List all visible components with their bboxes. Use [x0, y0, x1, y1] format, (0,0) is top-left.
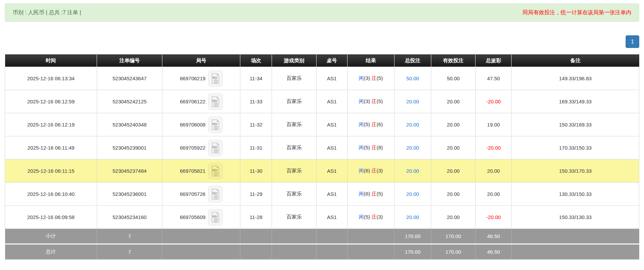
- video-replay-button[interactable]: [208, 163, 223, 179]
- bet-id-cell: 523045239001: [97, 136, 162, 159]
- empty-cell: [162, 244, 240, 259]
- result-player-score: (5): [364, 214, 370, 220]
- video-icon: [211, 212, 220, 223]
- session-cell: 11-29: [240, 183, 272, 206]
- bet-id-cell: 523045240348: [97, 113, 162, 136]
- valid-bet-cell: 50.00: [431, 67, 475, 90]
- round-id-cell: 669706219: [162, 67, 240, 90]
- result-banker-score: (3): [376, 214, 383, 220]
- total-bet-cell: 20.00: [394, 159, 431, 183]
- video-replay-button[interactable]: [208, 186, 223, 202]
- result-banker-label: 庄: [371, 98, 376, 104]
- bet-row-5: 2025-12-16 06:10:40523045236001669705726…: [5, 183, 639, 206]
- total-bet-cell: 20.00: [394, 206, 431, 229]
- result-player-label: 闲: [359, 214, 364, 220]
- total-bet-link[interactable]: 20.00: [406, 99, 419, 104]
- column-header-10: 备注: [512, 55, 639, 67]
- video-icon: [211, 189, 220, 200]
- summary-count-cell: 7: [97, 229, 162, 244]
- remark-cell: 150.33/170.33: [512, 159, 639, 183]
- round-id-group: 669705726: [180, 186, 223, 202]
- result-player-label: 闲: [359, 121, 364, 127]
- payout-cell: 20.00: [476, 159, 512, 183]
- video-icon: [211, 142, 220, 153]
- summary-label-cell: 小计: [5, 229, 97, 244]
- total-bet-link[interactable]: 20.00: [406, 214, 419, 220]
- summary-total-bet-cell: 170.00: [394, 244, 431, 259]
- payout-cell: 19.00: [476, 113, 512, 136]
- game-type-cell: 百家乐: [272, 67, 316, 90]
- column-header-8: 有效投注: [431, 55, 475, 67]
- payout-cell: 20.00: [476, 183, 512, 206]
- session-cell: 11-34: [240, 67, 272, 90]
- total-bet-link[interactable]: 20.00: [406, 191, 419, 197]
- remark-cell: 150.33/130.33: [512, 206, 639, 229]
- result-player-label: 闲: [359, 168, 364, 173]
- result-cell: 闲(6) 庄(5): [347, 183, 394, 206]
- table-no-cell: AS1: [316, 113, 347, 136]
- video-replay-button[interactable]: [208, 209, 223, 225]
- result-banker-score: (3): [376, 168, 383, 173]
- total-bet-link[interactable]: 20.00: [406, 122, 419, 128]
- bet-id-cell: 523045234160: [97, 206, 162, 229]
- round-id-cell: 669705726: [162, 183, 240, 206]
- bet-row-0: 2025-12-16 06:13:34523045243647669706219…: [5, 67, 639, 90]
- bet-row-2: 2025-12-16 06:12:19523045240348669706008…: [5, 113, 639, 136]
- result-player-score: (5): [364, 145, 370, 150]
- pagination: 1: [5, 35, 639, 48]
- bet-id-cell: 523045243647: [97, 67, 162, 90]
- game-type-cell: 百家乐: [272, 136, 316, 159]
- round-id-text: 669705821: [180, 168, 206, 174]
- total-bet-link[interactable]: 50.00: [406, 75, 419, 81]
- time-cell: 2025-12-16 06:12:59: [5, 90, 97, 113]
- payout-cell: -20.00: [476, 206, 512, 229]
- result-player-score: (6): [364, 191, 370, 197]
- table-no-cell: AS1: [316, 206, 347, 229]
- result-player-score: (6): [364, 168, 370, 173]
- video-icon: [211, 119, 220, 130]
- round-id-group: 669706122: [180, 94, 223, 110]
- summary-valid-bet-cell: 170.00: [431, 229, 475, 244]
- video-icon: [211, 73, 220, 84]
- total-bet-cell: 20.00: [394, 113, 431, 136]
- result-banker-label: 庄: [371, 145, 376, 150]
- result-player-label: 闲: [359, 98, 364, 104]
- summary-label-cell: 总计: [5, 244, 97, 259]
- video-replay-button[interactable]: [208, 140, 223, 156]
- round-id-group: 669705821: [180, 163, 223, 179]
- result-player-score: (3): [364, 98, 370, 104]
- column-header-4: 游戏类别: [272, 55, 316, 67]
- video-replay-button[interactable]: [208, 117, 223, 133]
- empty-cell: [316, 229, 347, 244]
- empty-cell: [316, 244, 347, 259]
- total-bet-link[interactable]: 20.00: [406, 145, 419, 151]
- summary-remark-cell: [512, 229, 639, 244]
- total-bet-link[interactable]: 20.00: [406, 168, 419, 174]
- total-bet-cell: 50.00: [394, 67, 431, 90]
- remark-cell: 130.33/150.33: [512, 183, 639, 206]
- video-replay-button[interactable]: [208, 70, 223, 87]
- total-bet-cell: 20.00: [394, 183, 431, 206]
- column-header-9: 总派彩: [476, 55, 512, 67]
- round-id-text: 669706122: [180, 99, 206, 104]
- result-banker-label: 庄: [371, 168, 376, 173]
- result-cell: 闲(5) 庄(8): [347, 136, 394, 159]
- table-header-row: 时间注单编号局号场次游戏类别桌号结果总投注有效投注总派彩备注: [5, 55, 639, 67]
- round-id-group: 669705922: [180, 140, 223, 156]
- column-header-7: 总投注: [394, 55, 431, 67]
- session-cell: 11-32: [240, 113, 272, 136]
- result-banker-label: 庄: [371, 214, 376, 220]
- column-header-5: 桌号: [316, 55, 347, 67]
- video-replay-button[interactable]: [208, 94, 223, 110]
- payout-cell: 47.50: [476, 67, 512, 90]
- round-id-text: 669706219: [180, 75, 206, 81]
- result-banker-score: (5): [376, 191, 383, 197]
- result-banker-score: (5): [376, 98, 383, 104]
- valid-bet-cell: 20.00: [431, 136, 475, 159]
- page-button-1[interactable]: 1: [626, 35, 639, 48]
- result-banker-score: (8): [376, 145, 383, 150]
- valid-bet-cell: 20.00: [431, 113, 475, 136]
- round-id-cell: 669705609: [162, 206, 240, 229]
- time-cell: 2025-12-16 06:12:19: [5, 113, 97, 136]
- round-id-text: 669705726: [180, 191, 206, 197]
